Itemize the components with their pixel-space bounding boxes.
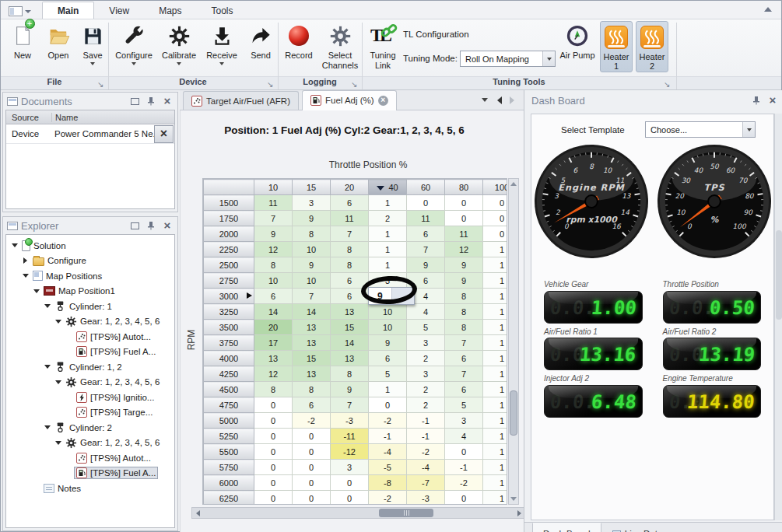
col-header-100[interactable]: 100 (483, 180, 508, 195)
grid-cell[interactable]: -4 (407, 460, 445, 475)
grid-cell[interactable]: -4 (369, 444, 407, 460)
scrollbar-track[interactable] (204, 508, 514, 518)
grid-cell[interactable]: 13 (331, 351, 369, 366)
grid-cell[interactable]: 7 (407, 242, 445, 257)
restore-icon[interactable] (128, 96, 141, 107)
grid-cell[interactable]: 0 (331, 491, 369, 506)
grid-cell[interactable]: 0 (407, 195, 445, 211)
grid-cell[interactable]: 0 (293, 460, 331, 475)
grid-cell[interactable]: 8 (293, 382, 331, 397)
grid-cell[interactable]: 12 (445, 242, 483, 257)
scroll-left-icon[interactable] (192, 508, 204, 518)
grid-cell[interactable]: -2 (369, 413, 407, 429)
grid-cell[interactable]: 13 (331, 304, 369, 320)
ribbon-tab-view[interactable]: View (94, 2, 144, 19)
grid-cell[interactable]: 15 (293, 351, 331, 366)
grid-cell[interactable]: 1 (369, 242, 407, 257)
grid-cell[interactable]: -12 (331, 444, 369, 460)
scroll-tabs-left-icon[interactable] (497, 96, 502, 104)
grid-cell[interactable]: 8 (254, 382, 293, 397)
grid-cell-clipped[interactable]: 1 (483, 413, 508, 429)
tree-item-cylinder-1[interactable]: Cylinder: 1 (6, 299, 174, 314)
tree-item-tps-fuel-a[interactable]: [TPS%] Fuel A... (6, 345, 174, 360)
row-header-3750[interactable]: 3750 (204, 335, 254, 351)
row-header-5500[interactable]: 5500 (204, 444, 254, 460)
grid-cell-clipped[interactable]: 1 (483, 444, 508, 460)
tree-item-cylinder-2[interactable]: Cylinder: 2 (6, 420, 174, 436)
grid-cell-clipped[interactable]: 1 (483, 460, 508, 475)
grid-cell[interactable]: 0 (254, 444, 293, 460)
grid-cell-clipped[interactable]: 1 (483, 475, 508, 491)
grid-cell[interactable]: 9 (407, 257, 445, 273)
grid-cell[interactable]: 11 (407, 211, 445, 226)
grid-cell[interactable]: 0 (293, 491, 331, 506)
row-header-2500[interactable]: 2500 (204, 257, 254, 273)
grid-cell[interactable]: 10 (293, 242, 331, 257)
grid-cell[interactable]: 7 (445, 366, 483, 382)
grid-cell[interactable]: -5 (369, 460, 407, 475)
col-header-15[interactable]: 15 (293, 180, 331, 195)
grid-cell-clipped[interactable]: 1 (483, 304, 508, 320)
grid-cell[interactable]: 0 (445, 491, 483, 506)
scrollbar-thumb[interactable] (510, 390, 517, 436)
grid-cell[interactable]: 17 (254, 335, 293, 351)
row-header-5250[interactable]: 5250 (204, 429, 254, 444)
grid-cell[interactable]: 3 (407, 335, 445, 351)
horizontal-scrollbar[interactable] (191, 507, 526, 519)
configure-button[interactable]: Configure (113, 22, 155, 76)
row-header-3250[interactable]: 3250 (204, 304, 254, 320)
grid-cell[interactable]: -1 (445, 460, 483, 475)
expander-open-icon[interactable] (53, 320, 63, 324)
tuning-mode-dropdown[interactable]: Roll On Mapping (460, 51, 556, 67)
grid-cell[interactable]: 11 (254, 195, 293, 211)
grid-cell[interactable]: 12 (254, 242, 293, 257)
tab-target-air-fuel[interactable]: Target Air/Fuel (AFR) (183, 91, 299, 110)
grid-cell[interactable]: 0 (254, 475, 293, 491)
grid-cell[interactable]: 6 (445, 382, 483, 397)
tree-item-gear-1-2-3-4-5-6[interactable]: Gear: 1, 2, 3, 4, 5, 6 (6, 314, 174, 330)
tab-fuel-adj[interactable]: Fuel Adj (%) (302, 90, 397, 110)
grid-cell[interactable]: 9 (293, 211, 331, 226)
grid-cell[interactable]: 1 (369, 257, 407, 273)
grid-cell[interactable]: 0 (254, 429, 293, 444)
expander-open-icon[interactable] (31, 289, 41, 293)
grid-cell[interactable]: 4 (407, 304, 445, 320)
scroll-down-icon[interactable] (509, 494, 518, 504)
tl-configuration-label[interactable]: TL Configuration (403, 30, 469, 39)
dialog-launcher-icon[interactable]: ↘ (267, 80, 273, 89)
grid-cell[interactable]: 5 (445, 397, 483, 413)
grid-cell[interactable]: 14 (293, 304, 331, 320)
send-button[interactable]: Send (244, 22, 278, 76)
grid-cell[interactable]: -2 (293, 413, 331, 429)
record-button[interactable]: Record (281, 22, 317, 76)
grid-cell-clipped[interactable]: 0 (483, 195, 508, 211)
vertical-scrollbar[interactable] (508, 178, 519, 505)
grid-cell[interactable]: 6 (407, 226, 445, 242)
receive-button[interactable]: Receive (202, 22, 242, 76)
tree-item-notes[interactable]: Notes (6, 481, 174, 496)
tree-item-configure[interactable]: Configure (6, 254, 174, 269)
col-header-20[interactable]: 20 (331, 180, 369, 195)
grid-cell[interactable]: 9 (331, 382, 369, 397)
grid-cell[interactable]: 13 (293, 366, 331, 382)
grid-cell-clipped[interactable]: 1 (483, 257, 508, 273)
grid-cell[interactable]: 0 (445, 195, 483, 211)
grid-cell[interactable]: 1 (369, 226, 407, 242)
grid-cell[interactable]: -2 (369, 491, 407, 506)
row-header-3500[interactable]: 3500 (204, 320, 254, 335)
column-header-source[interactable]: Source (6, 113, 51, 122)
tab-list-dropdown-icon[interactable] (482, 98, 488, 102)
tuning-link-button[interactable]: Tuning Link (365, 22, 401, 76)
grid-cell[interactable]: 8 (331, 257, 369, 273)
grid-cell-clipped[interactable]: 1 (483, 382, 508, 397)
grid-cell[interactable]: 6 (369, 351, 407, 366)
grid-cell[interactable]: 10 (369, 320, 407, 335)
grid-cell[interactable]: 8 (331, 366, 369, 382)
tab-live-data[interactable]: Live Data (601, 523, 674, 532)
grid-cell[interactable]: 13 (254, 351, 293, 366)
row-header-4500[interactable]: 4500 (204, 382, 254, 397)
grid-cell[interactable]: 2 (407, 351, 445, 366)
expander-open-icon[interactable] (42, 425, 52, 429)
row-header-5000[interactable]: 5000 (204, 413, 254, 429)
grid-cell[interactable]: 8 (293, 226, 331, 242)
